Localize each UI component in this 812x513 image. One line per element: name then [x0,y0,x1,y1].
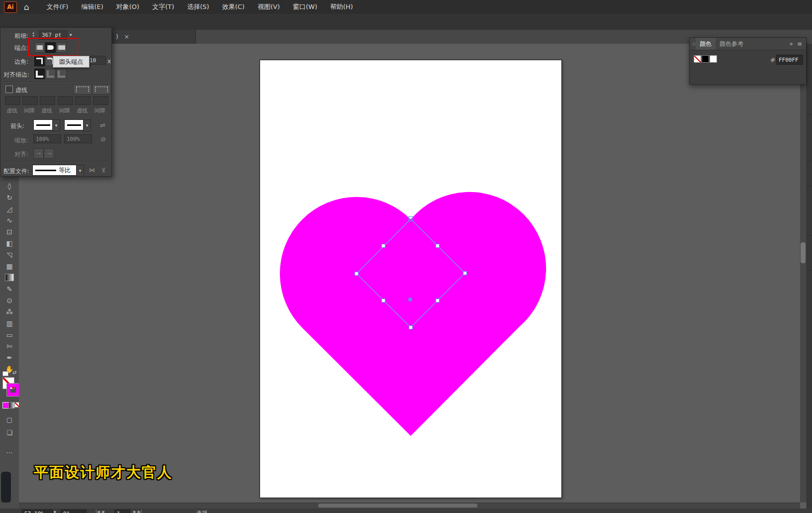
artboard-nav-prev-icon[interactable]: |◀ ◀ [95,510,104,513]
gap-field-label: 间隙 [59,107,70,114]
profile-dropdown[interactable]: 等比 [32,165,81,176]
arrow-scale-end-input[interactable]: 100% [64,134,92,143]
panel-dock-strip[interactable] [807,44,812,509]
vertical-scrollbar-thumb[interactable] [801,242,806,263]
dash-preset-1-icon [76,87,89,92]
document-tab[interactable]: ) × [112,30,196,44]
eraser-tool[interactable]: ◊ [0,180,19,192]
miter-limit-input[interactable]: 10 [87,56,106,65]
menu-effect[interactable]: 效果(C) [216,0,251,14]
white-swatch[interactable] [710,55,717,63]
pasteboard[interactable] [19,44,800,503]
video-progress-overlay [1,472,11,503]
screen-mode-button[interactable]: ❏ [0,427,19,438]
blend-tool[interactable]: ⊙ [0,295,19,306]
app-logo-icon[interactable]: Ai [4,1,17,13]
anchor-mid-bottomleft [382,299,385,303]
red-highlight-annotation [28,38,78,56]
horizontal-scrollbar-thumb[interactable] [318,504,477,508]
menu-file[interactable]: 文件(F) [40,0,75,14]
miter-join-button[interactable] [34,56,45,66]
menu-help[interactable]: 帮助(H) [324,0,360,14]
flip-across-icon[interactable]: ⊻ [101,167,106,174]
arrow-align-label: 对齐: [14,150,28,159]
dash-preset-1-button[interactable] [73,84,92,95]
gap-input-1[interactable] [22,96,38,105]
stroke-align-outside-button[interactable] [56,69,67,79]
shape-builder-tool[interactable]: ◧ [0,237,19,249]
stroke-align-center-button[interactable] [34,69,45,79]
tooltip: 圆头端点 [53,56,90,68]
width-tool[interactable]: ∿ [0,214,19,226]
dash-input-1[interactable] [5,96,20,105]
swap-arrowheads-icon[interactable]: ⇌ [100,121,105,129]
gap-input-2[interactable] [58,96,73,105]
home-icon[interactable]: ⌂ [24,2,29,12]
dash-input-3[interactable] [75,96,90,105]
menu-bar: Ai ⌂ 文件(F) 编辑(E) 对象(O) 文字(T) 选择(S) 效果(C)… [0,0,812,14]
arrow-align-tip-button[interactable]: → [33,148,44,159]
stroke-align-inside-button[interactable] [45,69,56,79]
flip-along-icon[interactable]: ⋈ [89,167,95,174]
menu-type[interactable]: 文字(T) [146,0,180,14]
artboard[interactable] [260,60,562,498]
mesh-tool[interactable]: ▦ [0,260,19,272]
none-swatch[interactable] [694,55,701,63]
menu-select[interactable]: 选择(S) [180,0,215,14]
dashed-line-checkbox[interactable] [5,86,13,93]
symbol-sprayer-tool[interactable]: ⁂ [0,306,19,317]
dash-preset-2-button[interactable] [92,84,111,95]
stroke-align-center-icon [36,71,43,78]
perspective-grid-tool[interactable]: ◹ [0,249,19,260]
arrow-scale-start-input[interactable]: 100% [33,134,61,143]
zoom-level-field[interactable]: 57.19% [22,510,53,513]
rotate-tool[interactable]: ↻ [0,192,19,203]
stroke-swatch[interactable] [7,384,19,396]
weight-stepper[interactable]: ▴▾ [32,31,37,37]
chevron-down-icon[interactable]: ▾ [70,32,72,37]
status-bar: 57.19% ▾ 0° |◀ ◀ 1 ▶ ▶| 选择 [0,509,812,513]
scale-tool[interactable]: ◿ [0,203,19,214]
tab-color[interactable]: 颜色 [696,38,716,50]
link-scale-icon[interactable]: ⊘ [100,135,106,143]
artwork-canvas[interactable] [260,60,561,498]
chevron-down-icon[interactable]: ▾ [54,510,56,513]
anchor-right [463,272,467,275]
panel-menu-icon[interactable]: ≡ [797,40,802,47]
hex-label: # [770,57,775,64]
gap-input-3[interactable] [93,96,108,105]
anchor-mid-topright [436,244,440,248]
draw-mode-button[interactable]: ▢ [0,414,19,425]
menu-edit[interactable]: 编辑(E) [75,0,109,14]
panel-expand-icon[interactable]: » [790,40,793,47]
knife-tool[interactable]: ✒ [0,352,19,363]
default-fill-stroke-icon[interactable] [2,371,8,376]
anchor-mid-bottomright [436,299,440,303]
column-graph-tool[interactable]: ▥ [0,317,19,329]
artboard-nav-next-icon[interactable]: ▶ ▶| [133,510,142,513]
rotation-field[interactable]: 0° [61,510,87,513]
current-tool-status: 选择 [196,510,207,513]
panel-collapse-icon[interactable]: ◇ [692,41,696,46]
menu-window[interactable]: 窗口(W) [286,0,324,14]
vertical-scrollbar[interactable] [800,44,807,503]
close-icon[interactable]: × [124,33,129,40]
free-transform-tool[interactable]: ⊡ [0,226,19,237]
menu-view[interactable]: 视图(V) [251,0,286,14]
artboard-tool[interactable]: ▭ [0,329,19,340]
arrow-align-end-button[interactable]: → [44,148,54,159]
menu-object[interactable]: 对象(O) [110,0,146,14]
chevron-down-icon[interactable]: ▾ [83,119,91,131]
gradient-tool[interactable] [0,272,19,283]
dash-input-2[interactable] [40,96,55,105]
artboard-number-field[interactable]: 1 [114,510,130,513]
black-swatch[interactable] [702,55,709,63]
chevron-down-icon[interactable]: ▾ [76,165,84,177]
hex-input[interactable]: FF00FF [776,55,803,65]
swap-fill-stroke-icon[interactable]: ⇄ [12,370,16,375]
chevron-down-icon[interactable]: ▾ [52,119,60,131]
tab-color-guide[interactable]: 颜色参考 [716,38,747,50]
eyedropper-tool[interactable]: ✎ [0,283,19,295]
slice-tool[interactable]: ✄ [0,340,19,352]
edit-toolbar-button[interactable]: ⋯ [0,447,19,458]
